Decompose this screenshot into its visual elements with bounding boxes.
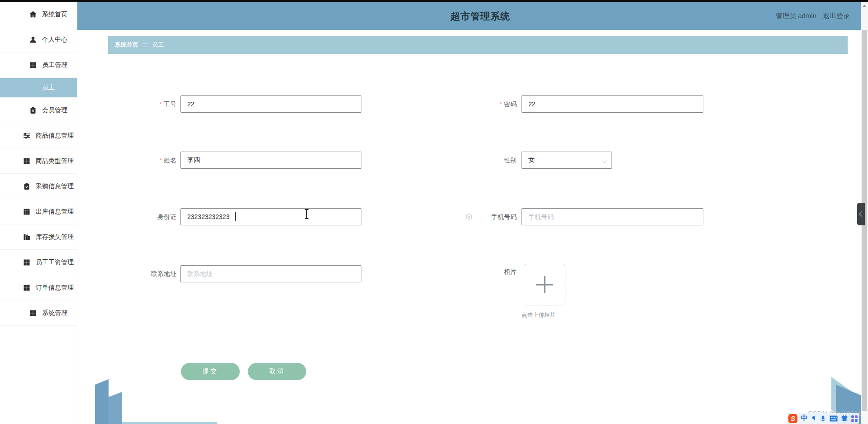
- sidebar-item-label: 个人中心: [42, 36, 67, 44]
- ibeam-cursor: [304, 209, 309, 219]
- sidebar-item-inventory-loss-mgmt[interactable]: 库存损失管理: [0, 224, 77, 250]
- phone-label: 手机号码: [462, 208, 517, 225]
- address-input[interactable]: [180, 265, 361, 282]
- grid-9-icon: [23, 208, 30, 215]
- breadcrumb-current: 员工: [152, 41, 164, 49]
- plus-icon: [536, 276, 553, 293]
- user-role-and-name: 管理员 admin: [776, 12, 816, 20]
- breadcrumb-separator-icon: [142, 43, 148, 47]
- header-user-area: 管理员 admin 退出登录: [776, 2, 850, 30]
- grid-icon: [29, 310, 37, 317]
- collapse-panel-tab[interactable]: [857, 203, 865, 225]
- sidebar-item-label: 系统首页: [42, 10, 67, 19]
- sidebar-item-label: 员工: [42, 84, 55, 92]
- id-card-input[interactable]: [180, 208, 361, 225]
- microphone-icon[interactable]: [820, 415, 826, 422]
- decor-ribbon: [122, 422, 217, 424]
- sidebar-item-label: 系统管理: [42, 309, 67, 317]
- phone-input[interactable]: [522, 208, 703, 225]
- sidebar-item-product-type-mgmt[interactable]: 商品类型管理: [0, 148, 77, 174]
- grid-icon: [23, 157, 30, 165]
- clipboard-check-icon: [23, 183, 30, 190]
- sidebar-item-member-mgmt[interactable]: 会员管理: [0, 98, 77, 123]
- sidebar-item-label: 商品信息管理: [36, 132, 74, 140]
- punctuation-icon[interactable]: [811, 415, 816, 422]
- ime-language-toggle[interactable]: 中: [801, 414, 808, 423]
- sidebar-item-personal-center[interactable]: 个人中心: [0, 27, 77, 52]
- gender-select[interactable]: 女: [522, 152, 612, 169]
- id-card-field-wrap: [180, 208, 361, 225]
- name-input[interactable]: [180, 152, 361, 169]
- required-mark: *: [160, 157, 162, 164]
- sidebar-subitem-employee-active[interactable]: 员工: [0, 78, 77, 98]
- app-window: 系统首页 个人中心 员工管理 员工 会员管理 商品信息管理 商品类型管理 采购信…: [0, 0, 868, 424]
- user-role: 管理员: [776, 12, 796, 19]
- sidebar-item-label: 员工管理: [42, 61, 67, 69]
- gender-select-value: 女: [528, 156, 535, 164]
- page-title: 超市管理系统: [451, 10, 510, 23]
- cancel-button[interactable]: 取消: [248, 363, 306, 380]
- keyboard-icon[interactable]: [830, 415, 838, 422]
- sogou-logo-icon[interactable]: S: [788, 414, 797, 423]
- password-label: *密码: [462, 95, 517, 113]
- home-icon: [29, 11, 37, 18]
- sidebar-item-label: 采购信息管理: [36, 182, 74, 191]
- ime-toolbar: S 中: [787, 413, 859, 424]
- address-label: 联系地址: [122, 265, 176, 282]
- chevron-down-icon: [602, 158, 607, 163]
- chevron-left-icon: [859, 211, 864, 216]
- employee-id-input[interactable]: [180, 95, 361, 113]
- header: 超市管理系统 管理员 admin 退出登录: [77, 2, 861, 30]
- breadcrumb: 系统首页 员工: [108, 36, 848, 54]
- grid-icon: [23, 259, 30, 266]
- submit-button[interactable]: 提交: [181, 363, 240, 380]
- sidebar-item-employee-salary-mgmt[interactable]: 员工工资管理: [0, 250, 77, 275]
- id-card-label: 身份证: [122, 208, 176, 225]
- scrollbar-up-arrow[interactable]: [863, 5, 866, 7]
- decor-ribbon: [95, 379, 109, 424]
- shirt-icon[interactable]: [841, 415, 848, 422]
- photo-label: 相片: [462, 267, 517, 276]
- sidebar-item-outbound-info-mgmt[interactable]: 出库信息管理: [0, 199, 77, 224]
- sliders-icon: [23, 132, 30, 139]
- grid-icon: [23, 284, 30, 291]
- sidebar-item-system-mgmt[interactable]: 系统管理: [0, 300, 77, 326]
- decor-ribbon: [109, 392, 122, 424]
- text-caret: [235, 212, 236, 221]
- sidebar-item-label: 订单信息管理: [36, 284, 74, 292]
- sidebar-item-label: 会员管理: [42, 106, 67, 114]
- gender-label: 性别: [462, 152, 517, 169]
- sidebar-item-product-info-mgmt[interactable]: 商品信息管理: [0, 123, 77, 148]
- clipboard-x-icon: [29, 107, 37, 114]
- sidebar-item-system-home[interactable]: 系统首页: [0, 2, 77, 27]
- sidebar-item-employee-mgmt[interactable]: 员工管理: [0, 52, 77, 78]
- user-icon: [29, 36, 37, 43]
- logout-link[interactable]: 退出登录: [823, 12, 850, 20]
- required-mark: *: [500, 100, 502, 108]
- bar-book-icon: [23, 233, 30, 241]
- photo-upload-box[interactable]: [524, 264, 565, 305]
- sidebar-item-label: 商品类型管理: [36, 157, 74, 165]
- grid-icon: [29, 62, 37, 69]
- employee-id-label: *工号: [122, 95, 176, 113]
- username: admin: [798, 12, 816, 19]
- photo-upload-hint: 点击上传相片: [522, 311, 571, 319]
- sidebar-item-order-info-mgmt[interactable]: 订单信息管理: [0, 275, 77, 300]
- sidebar: 系统首页 个人中心 员工管理 员工 会员管理 商品信息管理 商品类型管理 采购信…: [0, 2, 77, 424]
- sidebar-item-label: 出库信息管理: [36, 208, 74, 216]
- required-mark: *: [160, 100, 162, 108]
- sidebar-item-label: 库存损失管理: [36, 233, 74, 241]
- apps-grid-icon[interactable]: [851, 415, 858, 422]
- password-input[interactable]: [522, 95, 703, 113]
- sidebar-item-label: 员工工资管理: [36, 258, 74, 267]
- breadcrumb-home[interactable]: 系统首页: [115, 41, 138, 49]
- name-label: *姓名: [122, 152, 176, 169]
- sidebar-item-purchase-info-mgmt[interactable]: 采购信息管理: [0, 174, 77, 199]
